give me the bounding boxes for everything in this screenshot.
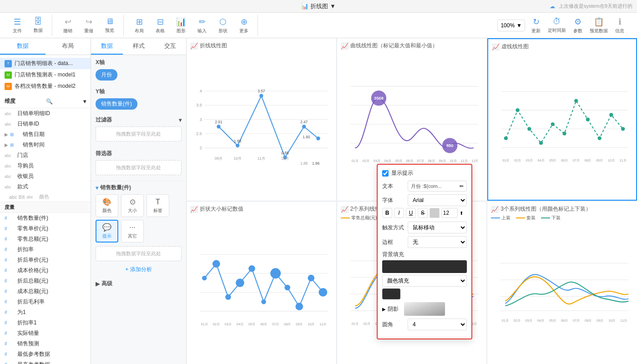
fill-color-swatch[interactable] [382, 288, 400, 299]
measure-name-1: 零售单价(元) [17, 225, 48, 233]
preview-button[interactable]: 🖥 预览 [100, 15, 120, 36]
middle-tab-interact[interactable]: 交互 [154, 38, 186, 55]
corner-select[interactable]: 4 0 8 12 [408, 318, 467, 330]
measure-item-10[interactable]: # 折扣率1 [0, 318, 91, 328]
measure-type-4: # [5, 258, 15, 263]
info-button[interactable]: ℹ 信息 [610, 15, 630, 36]
svg-point-56 [551, 122, 555, 126]
expand-icon-2[interactable]: ▶ [5, 132, 8, 137]
measure-item-8[interactable]: # 折后毛利率 [0, 297, 91, 307]
dimension-collapse-icon[interactable]: ▾ [83, 98, 86, 105]
measure-item-6[interactable]: # 折后总额(元) [0, 276, 91, 286]
left-tab-data[interactable]: 数据 [0, 38, 46, 55]
input-button[interactable]: ✏ 输入 [192, 15, 212, 36]
mark-btn-size[interactable]: ⊙ 大小 [121, 194, 144, 217]
mark-btn-label[interactable]: T 标签 [147, 194, 169, 217]
shape-label: 形状 [218, 28, 228, 34]
field-item-1[interactable]: abc 日销单ID [0, 119, 91, 129]
update-button[interactable]: ↻ 更新 [526, 15, 546, 36]
measure-item-0[interactable]: # 销售数量(件) [0, 213, 91, 223]
svg-point-10 [217, 125, 220, 128]
params-button[interactable]: ⚙ 参数 [568, 15, 588, 36]
advanced-header[interactable]: ▶ 高级 [96, 280, 182, 288]
svg-text:09月: 09月 [215, 156, 222, 161]
fill-type-select[interactable]: 颜色填充 渐变填充 [382, 275, 467, 287]
strikethrough-button[interactable]: S [418, 208, 428, 218]
text-input[interactable]: 月份 :${com... ✏ [408, 181, 467, 192]
selector-header[interactable]: 筛选器 [96, 150, 182, 157]
text-edit-icon[interactable]: ✏ [460, 183, 464, 189]
font-size-input[interactable] [441, 208, 458, 218]
title-dropdown-icon[interactable]: ▼ [330, 3, 336, 10]
zoom-selector[interactable]: 100% ▼ [497, 20, 525, 31]
field-item-5[interactable]: abc 导购员 [0, 161, 91, 171]
timer-button[interactable]: ⏱ 定时同新 [547, 15, 567, 36]
measure-item-9[interactable]: # 为1 [0, 307, 91, 318]
datasource-item-0[interactable]: T 门店销售明细表 - data... [0, 58, 91, 69]
shadow-preview[interactable] [404, 302, 445, 316]
measure-item-2[interactable]: # 零售总额(元) [0, 234, 91, 244]
bg-color-swatch[interactable] [382, 260, 467, 273]
measure-item-7[interactable]: # 成本总额(元) [0, 286, 91, 297]
undo-button[interactable]: ↩ 撤销 [58, 15, 78, 36]
measure-item-4[interactable]: # 折后单价(元) [0, 255, 91, 265]
expand-icon-3[interactable]: ▶ [5, 142, 8, 147]
more-button[interactable]: ⊕ 更多 [234, 15, 254, 36]
font-select[interactable]: Arial Microsoft YaHei [408, 194, 467, 206]
trigger-select[interactable]: 鼠标移动 点击 [408, 222, 467, 233]
mark-btn-tooltip[interactable]: 💬 提示 [96, 220, 118, 243]
shape-button[interactable]: ⬡ 形状 [213, 15, 233, 36]
datasource-item-1[interactable]: M 门店销售预测表 - model1 [0, 69, 91, 81]
font-size-stepper[interactable]: ⬆ [460, 211, 463, 216]
field-item-0[interactable]: abc 日销单明细ID [0, 108, 91, 119]
measure-item-14[interactable]: # 最高参考数据 [0, 359, 91, 364]
font-color-picker[interactable] [430, 208, 440, 218]
x-axis-value[interactable]: 月份 [96, 69, 117, 81]
measure-item-3[interactable]: # 折扣率 [0, 244, 91, 255]
measure-item-12[interactable]: # 销售预测 [0, 339, 91, 349]
field-item-8[interactable]: abc BIt abc 颜色 [0, 192, 91, 202]
mark-expand-icon[interactable]: ▾ [96, 185, 98, 191]
layout-button[interactable]: ⊞ 布局 [129, 15, 149, 36]
show-tooltip-checkbox[interactable] [382, 170, 389, 177]
y-axis-value[interactable]: 销售数量(件) [96, 98, 137, 110]
mark-btn-color[interactable]: 🎨 颜色 [96, 194, 118, 217]
left-tab-layout[interactable]: 布局 [46, 38, 91, 55]
middle-tab-style[interactable]: 样式 [123, 38, 155, 55]
italic-button[interactable]: I [394, 208, 404, 218]
dimension-search-icon[interactable]: 🔍 [46, 98, 53, 105]
mark-btn-other[interactable]: ··· 其它 [121, 220, 144, 243]
layout-label: 布局 [135, 28, 144, 34]
filter-section: 过滤器 ▾ 拖拽数据字段至此处 [91, 113, 186, 147]
chart-button[interactable]: 📊 图形 [171, 15, 191, 36]
redo-button[interactable]: ↪ 重做 [79, 15, 99, 36]
middle-tab-data[interactable]: 数据 [91, 38, 123, 55]
svg-text:11月: 11月 [258, 156, 265, 161]
table-button[interactable]: ⊟ 表格 [150, 15, 170, 36]
svg-point-82 [248, 265, 255, 272]
field-item-7[interactable]: abc 款式 [0, 182, 91, 192]
svg-text:1.88: 1.88 [234, 139, 242, 143]
measure-item-1[interactable]: # 零售单价(元) [0, 223, 91, 234]
measure-item-13[interactable]: # 最低参考数据 [0, 349, 91, 359]
underline-button[interactable]: U [406, 208, 416, 218]
preview-data-button[interactable]: 📋 预览数据 [589, 15, 609, 36]
bold-button[interactable]: B [382, 208, 392, 218]
add-analysis-btn[interactable]: + 添加分析 [96, 264, 182, 275]
datasource-item-2[interactable]: M 各档次销售数量 - model2 [0, 81, 91, 92]
shadow-expand-icon[interactable]: ▶ [382, 307, 386, 312]
svg-point-84 [270, 268, 281, 278]
trigger-label: 触发方式 [382, 224, 408, 232]
measure-item-5[interactable]: # 成本价格(元) [0, 265, 91, 276]
menu-button[interactable]: ☰ 文件 [7, 15, 27, 36]
field-item-3[interactable]: ▶ ⊞ 销售时间 [0, 140, 91, 150]
measure-name-12: 销售预测 [17, 340, 39, 348]
field-item-6[interactable]: abc 收银员 [0, 171, 91, 182]
field-item-4[interactable]: abc 门店 [0, 150, 91, 161]
filter-header[interactable]: 过滤器 ▾ [96, 116, 182, 124]
legend-item-top: 上装 [491, 215, 511, 221]
field-item-2[interactable]: ▶ ⊞ 销售日期 [0, 129, 91, 140]
border-select[interactable]: 无 实线 虚线 [408, 236, 467, 248]
data-button[interactable]: 🗄 数据 [28, 15, 48, 36]
measure-item-11[interactable]: # 实际销量 [0, 328, 91, 339]
